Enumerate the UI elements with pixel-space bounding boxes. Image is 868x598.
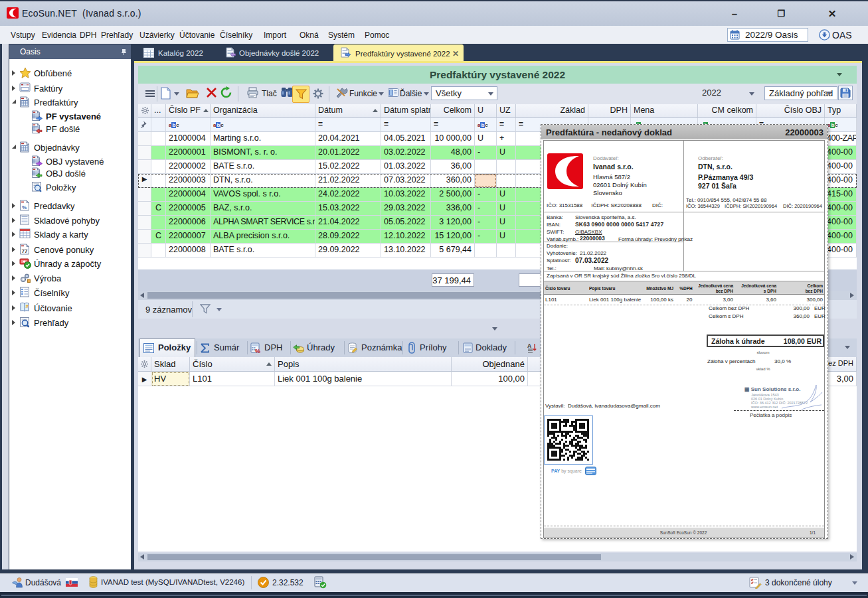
svg-text:#: # <box>26 303 29 309</box>
svg-text:%: % <box>22 204 27 210</box>
svg-text:%: % <box>255 348 260 354</box>
svg-text:77: 77 <box>22 248 28 254</box>
svg-text:A: A <box>527 342 531 349</box>
